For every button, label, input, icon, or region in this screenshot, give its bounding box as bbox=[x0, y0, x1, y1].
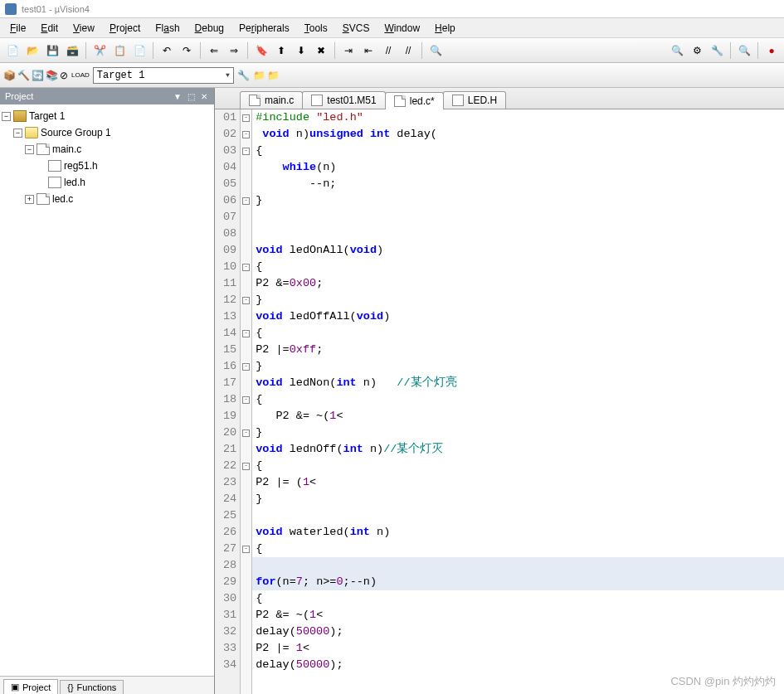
c-file-icon bbox=[37, 143, 50, 155]
debug-button[interactable]: 🔍 bbox=[735, 41, 753, 60]
functions-tab-icon: {} bbox=[67, 682, 73, 692]
toolbar-build: 📦 🔨 🔄 📚 ⊘ LOAD Target 1 ▼ 🔧 📁 📁 bbox=[0, 63, 784, 88]
project-bottom-tabs: ▣ Project {} Functions bbox=[0, 676, 214, 694]
copy-button[interactable]: 📋 bbox=[110, 41, 129, 60]
bookmark-prev-button[interactable]: ⬆ bbox=[272, 41, 290, 60]
manage-button[interactable]: 📁 bbox=[253, 70, 265, 81]
menu-help[interactable]: Help bbox=[428, 21, 462, 36]
comment-button[interactable]: // bbox=[379, 41, 397, 60]
code-content[interactable]: #include "led.h" void n)unsigned int del… bbox=[252, 109, 784, 694]
menu-bar: File Edit View Project Flash Debug Perip… bbox=[0, 18, 784, 38]
undo-button[interactable]: ↶ bbox=[158, 41, 176, 60]
options-button[interactable]: 🔧 bbox=[708, 41, 726, 60]
h-file-icon bbox=[452, 95, 464, 106]
indent-button[interactable]: ⇥ bbox=[339, 41, 358, 60]
tree-collapse-icon[interactable]: − bbox=[13, 129, 22, 138]
outdent-button[interactable]: ⇤ bbox=[359, 41, 377, 60]
tree-expand-icon[interactable]: + bbox=[25, 195, 34, 204]
build-button[interactable]: 🔨 bbox=[17, 70, 30, 81]
menu-peripherals[interactable]: Peripherals bbox=[232, 21, 296, 36]
pane-pin-icon[interactable]: ⬚ bbox=[186, 91, 196, 101]
config-button[interactable]: ⚙ bbox=[688, 41, 706, 60]
tree-led-h[interactable]: led.h bbox=[2, 174, 212, 191]
menu-edit[interactable]: Edit bbox=[34, 21, 65, 36]
cut-button[interactable]: ✂️ bbox=[90, 41, 109, 60]
project-pane-title: Project ▼ ⬚ ✕ bbox=[0, 88, 214, 104]
tab-main-c[interactable]: main.c bbox=[240, 91, 303, 109]
editor-body[interactable]: 0102030405060708091011121314151617181920… bbox=[215, 109, 784, 694]
tree-target[interactable]: − Target 1 bbox=[2, 108, 212, 124]
tree-led-c[interactable]: + led.c bbox=[2, 191, 212, 207]
h-file-icon bbox=[48, 177, 61, 188]
main-area: Project ▼ ⬚ ✕ − Target 1 − Source Group … bbox=[0, 88, 784, 694]
rebuild-button[interactable]: 🔄 bbox=[32, 70, 44, 81]
save-all-button[interactable]: 🗃️ bbox=[63, 41, 81, 60]
dropdown-arrow-icon: ▼ bbox=[226, 71, 230, 79]
tab-functions[interactable]: {} Functions bbox=[60, 680, 124, 694]
tree-collapse-icon[interactable]: − bbox=[2, 112, 11, 121]
file-icon bbox=[311, 95, 323, 106]
target-select-value: Target 1 bbox=[97, 70, 145, 81]
editor-tabs: main.c test01.M51 led.c* LED.H bbox=[215, 88, 784, 109]
record-button[interactable]: ● bbox=[762, 41, 781, 60]
menu-window[interactable]: Window bbox=[377, 21, 426, 36]
bookmark-clear-button[interactable]: ✖ bbox=[312, 41, 330, 60]
menu-tools[interactable]: Tools bbox=[298, 21, 334, 36]
paste-button[interactable]: 📄 bbox=[130, 41, 149, 60]
title-bar: test01 - µVision4 bbox=[0, 0, 784, 18]
project-tab-icon: ▣ bbox=[11, 682, 19, 692]
batch-build-button[interactable]: 📚 bbox=[46, 70, 58, 81]
save-button[interactable]: 💾 bbox=[43, 41, 61, 60]
find-button[interactable]: 🔍 bbox=[426, 41, 445, 60]
pane-close-icon[interactable]: ✕ bbox=[199, 91, 209, 101]
tree-reg51-h[interactable]: reg51.h bbox=[2, 158, 212, 174]
target-icon bbox=[13, 110, 27, 122]
window-title: test01 - µVision4 bbox=[22, 4, 90, 14]
tab-led-h[interactable]: LED.H bbox=[443, 91, 506, 109]
tree-group[interactable]: − Source Group 1 bbox=[2, 124, 212, 141]
menu-project[interactable]: Project bbox=[103, 21, 147, 36]
download-button[interactable]: LOAD bbox=[71, 71, 90, 79]
nav-back-button[interactable]: ⇐ bbox=[205, 41, 223, 60]
toolbar-main: 📄 📂 💾 🗃️ ✂️ 📋 📄 ↶ ↷ ⇐ ⇒ 🔖 ⬆ ⬇ ✖ ⇥ ⇤ // /… bbox=[0, 38, 784, 63]
translate-button[interactable]: 📦 bbox=[3, 70, 16, 81]
menu-svcs[interactable]: SVCS bbox=[336, 21, 377, 36]
tab-test01-m51[interactable]: test01.M51 bbox=[302, 91, 385, 109]
target-select[interactable]: Target 1 ▼ bbox=[93, 67, 234, 84]
tab-project[interactable]: ▣ Project bbox=[3, 679, 58, 694]
c-file-icon bbox=[394, 95, 406, 107]
menu-file[interactable]: File bbox=[3, 21, 32, 36]
fold-column[interactable]: ------------ bbox=[241, 109, 252, 694]
editor-area: main.c test01.M51 led.c* LED.H 010203040… bbox=[215, 88, 784, 694]
project-pane: Project ▼ ⬚ ✕ − Target 1 − Source Group … bbox=[0, 88, 215, 694]
manage2-button[interactable]: 📁 bbox=[267, 70, 280, 81]
c-file-icon bbox=[249, 95, 261, 106]
tree-main-c[interactable]: − main.c bbox=[2, 141, 212, 158]
folder-icon bbox=[25, 127, 38, 138]
line-number-gutter: 0102030405060708091011121314151617181920… bbox=[215, 109, 241, 694]
tree-collapse-icon[interactable]: − bbox=[25, 145, 34, 154]
stop-build-button[interactable]: ⊘ bbox=[60, 70, 68, 81]
open-file-button[interactable]: 📂 bbox=[23, 41, 41, 60]
new-file-button[interactable]: 📄 bbox=[3, 41, 22, 60]
redo-button[interactable]: ↷ bbox=[178, 41, 196, 60]
c-file-icon bbox=[37, 193, 50, 205]
bookmark-next-button[interactable]: ⬇ bbox=[292, 41, 310, 60]
nav-fwd-button[interactable]: ⇒ bbox=[225, 41, 243, 60]
project-tree[interactable]: − Target 1 − Source Group 1 − main.c reg… bbox=[0, 104, 214, 676]
pane-dropdown-icon[interactable]: ▼ bbox=[173, 91, 183, 101]
bookmark-button[interactable]: 🔖 bbox=[252, 41, 270, 60]
h-file-icon bbox=[48, 160, 61, 172]
target-options-button[interactable]: 🔧 bbox=[237, 70, 250, 81]
menu-flash[interactable]: Flash bbox=[149, 21, 186, 36]
uncomment-button[interactable]: // bbox=[399, 41, 417, 60]
tab-led-c[interactable]: led.c* bbox=[385, 92, 444, 109]
menu-view[interactable]: View bbox=[66, 21, 101, 36]
menu-debug[interactable]: Debug bbox=[188, 21, 231, 36]
search-button[interactable]: 🔍 bbox=[668, 41, 686, 60]
app-icon bbox=[5, 3, 17, 15]
